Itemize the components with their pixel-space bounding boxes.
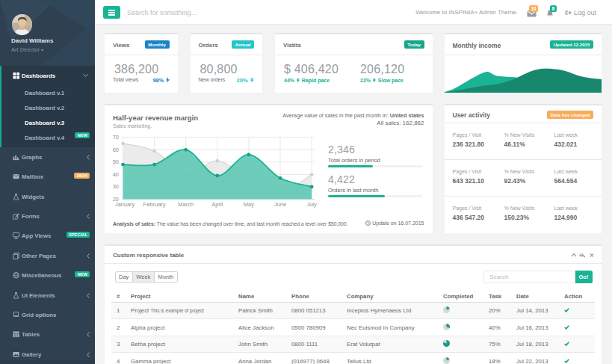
svg-text:March: March [178, 201, 194, 208]
svg-text:June: June [274, 201, 286, 208]
svg-text:July: July [306, 201, 317, 208]
svg-text:April: April [211, 201, 223, 208]
svg-text:60: 60 [113, 146, 119, 153]
svg-text:February: February [143, 201, 166, 208]
svg-text:30: 30 [113, 183, 119, 190]
svg-text:40: 40 [113, 171, 119, 178]
svg-text:70: 70 [113, 134, 119, 141]
svg-text:January: January [115, 201, 135, 208]
svg-text:50: 50 [113, 158, 119, 165]
svg-text:May: May [244, 201, 254, 208]
